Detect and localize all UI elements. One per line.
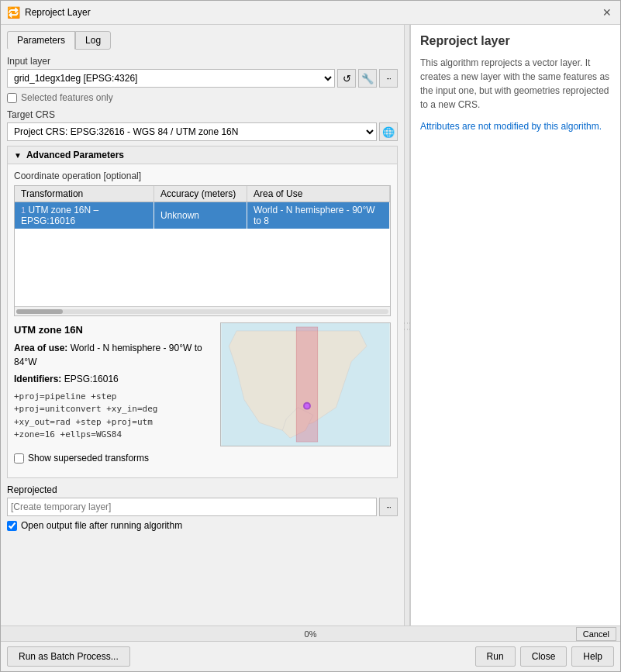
wrench-icon: 🔧: [361, 73, 374, 84]
target-crs-label: Target CRS: [7, 109, 398, 120]
run-button[interactable]: Run: [475, 646, 516, 667]
dots-browse-icon: ···: [386, 503, 390, 512]
map-preview: [220, 322, 391, 446]
col-accuracy: Accuracy (meters): [154, 186, 247, 202]
info-name: UTM zone 16N: [14, 322, 214, 338]
selected-features-checkbox[interactable]: [7, 93, 17, 103]
cell-transformation: UTM zone 16N – EPSG:16016: [21, 205, 98, 226]
tab-log[interactable]: Log: [75, 31, 111, 50]
help-button[interactable]: Help: [571, 646, 614, 667]
transformation-table-container: Transformation Accuracy (meters) Area of…: [14, 185, 391, 316]
main-window: 🔁 Reproject Layer ✕ Parameters Log Input…: [0, 0, 621, 672]
info-proj-string: +proj=pipeline +step +proj=unitconvert +…: [14, 391, 214, 442]
input-layer-select[interactable]: grid_1degx1deg [EPSG:4326]: [7, 69, 335, 88]
cell-row-num: 1 UTM zone 16N – EPSG:16016: [15, 202, 154, 229]
button-row: Run as Batch Process... Run Close Help: [1, 642, 620, 671]
scrollbar-thumb[interactable]: [16, 309, 63, 314]
info-id-row: Identifiers: EPSG:16016: [14, 372, 214, 386]
col-transformation: Transformation: [15, 186, 154, 202]
tab-parameters[interactable]: Parameters: [7, 31, 75, 50]
svg-point-5: [305, 404, 309, 408]
settings-layer-button[interactable]: 🔧: [358, 69, 377, 88]
open-output-checkbox[interactable]: [7, 521, 17, 531]
open-output-label[interactable]: Open output file after running algorithm: [21, 520, 182, 531]
title-bar: 🔁 Reproject Layer ✕: [1, 1, 620, 25]
window-title: Reproject Layer: [25, 7, 91, 18]
superseded-row: Show superseded transforms: [14, 453, 391, 464]
progress-bar-container: 0% Cancel: [1, 626, 620, 642]
transformation-table: Transformation Accuracy (meters) Area of…: [15, 186, 390, 229]
input-layer-row: grid_1degx1deg [EPSG:4326] ↺ 🔧 ···: [7, 69, 398, 88]
advanced-params-section: ▼ Advanced Parameters Coordinate operati…: [7, 146, 398, 478]
output-row: ···: [7, 498, 398, 516]
more-layer-button[interactable]: ···: [379, 69, 398, 88]
info-id-value: EPSG:16016: [64, 374, 119, 384]
table-header-row: Transformation Accuracy (meters) Area of…: [15, 186, 390, 202]
crs-globe-button[interactable]: 🌐: [379, 122, 398, 141]
info-area-row: Area of use: World - N hemisphere - 90°W…: [14, 341, 214, 369]
table-empty-area: [15, 229, 390, 306]
info-area-label: Area of use:: [14, 343, 67, 353]
batch-process-button[interactable]: Run as Batch Process...: [7, 646, 130, 667]
bottom-section: 0% Cancel Run as Batch Process... Run Cl…: [1, 625, 620, 671]
close-window-button[interactable]: ✕: [600, 5, 614, 19]
coord-operation-label: Coordinate operation [optional]: [14, 171, 391, 181]
output-section: Reprojected ··· Open output file after r…: [7, 484, 398, 531]
refresh-icon: ↺: [343, 73, 351, 84]
info-text-block: UTM zone 16N Area of use: World - N hemi…: [14, 322, 214, 446]
triangle-icon: ▼: [14, 151, 22, 160]
show-superseded-label[interactable]: Show superseded transforms: [28, 453, 149, 464]
left-panel: Parameters Log Input layer grid_1degx1de…: [1, 25, 404, 625]
progress-text: 0%: [1, 629, 620, 639]
output-browse-button[interactable]: ···: [379, 498, 398, 516]
advanced-params-header[interactable]: ▼ Advanced Parameters: [8, 146, 397, 164]
output-label: Reprojected: [7, 484, 398, 495]
right-panel-title: Reproject layer: [420, 34, 611, 48]
target-crs-select[interactable]: Project CRS: EPSG:32616 - WGS 84 / UTM z…: [7, 122, 377, 141]
right-panel-note: Attributes are not modified by this algo…: [420, 119, 611, 133]
input-layer-label: Input layer: [7, 56, 398, 67]
cancel-button[interactable]: Cancel: [576, 627, 616, 641]
info-section: UTM zone 16N Area of use: World - N hemi…: [14, 322, 391, 446]
svg-rect-3: [296, 327, 318, 442]
close-button[interactable]: Close: [520, 646, 568, 667]
cell-area: World - N hemisphere - 90°W to 8: [247, 202, 390, 229]
right-panel-description: This algorithm reprojects a vector layer…: [420, 56, 611, 112]
selected-features-row: Selected features only: [7, 92, 398, 103]
map-svg: [221, 323, 390, 446]
output-input[interactable]: [7, 498, 377, 516]
table-row[interactable]: 1 UTM zone 16N – EPSG:16016 Unknown Worl…: [15, 202, 390, 229]
window-icon: 🔁: [7, 6, 20, 19]
col-area-of-use: Area of Use: [247, 186, 390, 202]
btn-left: Run as Batch Process...: [7, 646, 130, 667]
target-crs-row: Project CRS: EPSG:32616 - WGS 84 / UTM z…: [7, 122, 398, 141]
main-content: Parameters Log Input layer grid_1degx1de…: [1, 25, 620, 625]
show-superseded-checkbox[interactable]: [14, 453, 24, 464]
info-id-label: Identifiers:: [14, 374, 61, 384]
scrollbar-track: [16, 309, 388, 314]
dots-icon: ···: [386, 74, 390, 83]
btn-right: Run Close Help: [475, 646, 614, 667]
advanced-params-title: Advanced Parameters: [26, 150, 124, 160]
cell-accuracy: Unknown: [154, 202, 247, 229]
open-output-row: Open output file after running algorithm: [7, 520, 398, 531]
advanced-params-body: Coordinate operation [optional] Transfor…: [8, 164, 397, 477]
globe-icon: 🌐: [382, 126, 395, 138]
tab-bar: Parameters Log: [7, 31, 398, 50]
selected-features-label[interactable]: Selected features only: [21, 92, 113, 103]
title-bar-left: 🔁 Reproject Layer: [7, 6, 91, 19]
panel-divider[interactable]: ⋮⋮: [404, 25, 410, 625]
refresh-layer-button[interactable]: ↺: [337, 69, 356, 88]
right-panel: Reproject layer This algorithm reproject…: [410, 25, 620, 625]
table-scrollbar[interactable]: [15, 306, 390, 315]
